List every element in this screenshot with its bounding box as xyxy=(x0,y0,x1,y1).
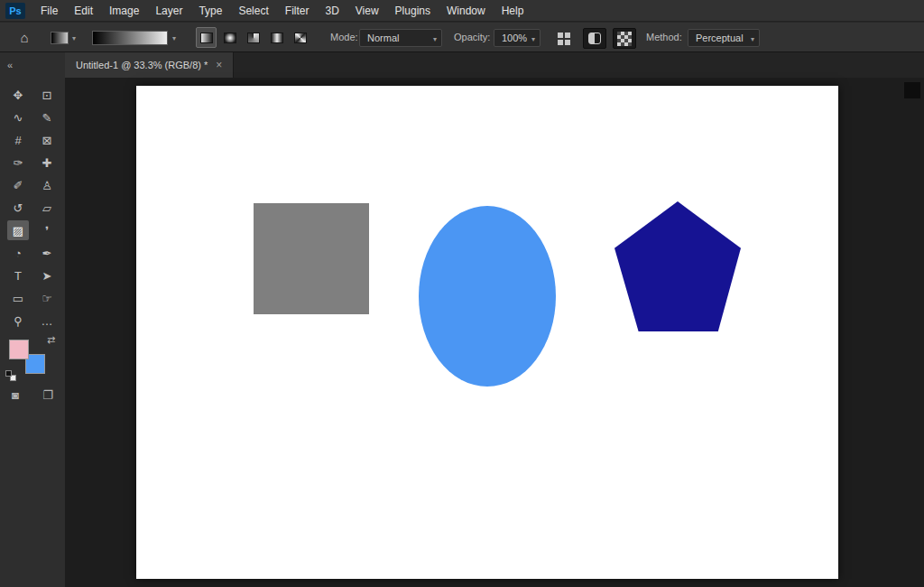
dither-button[interactable] xyxy=(613,28,636,49)
chevron-down-icon: ▾ xyxy=(172,34,176,42)
gradient-style-icon xyxy=(247,33,260,43)
history-brush-tool[interactable]: ↺ xyxy=(7,198,29,218)
menu-filter[interactable]: Filter xyxy=(277,0,318,22)
type-tool[interactable]: T xyxy=(7,266,29,285)
method-label: Method: xyxy=(646,32,682,42)
color-swatches: ⇄ xyxy=(0,336,65,383)
frame-tool[interactable]: ⊠ xyxy=(36,130,58,150)
swap-colors-icon[interactable]: ⇄ xyxy=(47,334,55,346)
chevron-down-icon: ▾ xyxy=(531,35,535,43)
menu-bar: Ps FileEditImageLayerTypeSelectFilter3DV… xyxy=(0,0,924,22)
menu-select[interactable]: Select xyxy=(230,0,276,22)
diamond-gradient-button[interactable] xyxy=(290,27,310,48)
tool-icon: ✒ xyxy=(42,247,52,260)
document-tab[interactable]: Untitled-1 @ 33.3% (RGB/8) * × xyxy=(65,52,234,78)
tool-rail: ✥ ⊡ ∿ ✎ # ⊠ xyxy=(0,78,65,587)
tool-icon: # xyxy=(14,134,21,147)
contrast-icon xyxy=(588,33,601,44)
brush-tool[interactable]: ✐ xyxy=(7,175,29,195)
toolbar-utilities: ◙ ❐ xyxy=(0,388,65,402)
document-tab-strip: Untitled-1 @ 33.3% (RGB/8) * × xyxy=(65,52,924,78)
chevron-down-icon: ▾ xyxy=(72,34,76,42)
opacity-select[interactable]: 100% ▾ xyxy=(494,29,541,47)
menu-image[interactable]: Image xyxy=(101,0,147,22)
menu-plugins[interactable]: Plugins xyxy=(387,0,439,22)
opacity-value: 100% xyxy=(502,33,527,43)
tool-preset-picker[interactable]: ▾ xyxy=(51,28,90,48)
toolbar-collapse[interactable]: « xyxy=(0,52,65,78)
healing-brush-tool[interactable]: ✚ xyxy=(36,153,58,172)
contrast-toggle-button[interactable] xyxy=(583,28,606,49)
reflected-gradient-button[interactable] xyxy=(266,27,287,48)
home-icon[interactable]: ⌂ xyxy=(14,28,34,46)
tool-icon: T xyxy=(14,269,22,283)
menu-view[interactable]: View xyxy=(347,0,387,22)
gradient-style-icon xyxy=(294,33,307,43)
more-tools[interactable]: … xyxy=(36,311,58,331)
menu-type[interactable]: Type xyxy=(190,0,230,22)
tool-icon: ☞ xyxy=(42,292,52,305)
menu-3d[interactable]: 3D xyxy=(317,0,346,22)
linear-gradient-button[interactable] xyxy=(196,27,217,48)
default-colors-icon[interactable] xyxy=(5,370,17,382)
radial-gradient-button[interactable] xyxy=(219,27,240,48)
move-tool[interactable]: ✥ xyxy=(7,85,29,105)
photoshop-logo: Ps xyxy=(5,3,25,19)
hand-tool[interactable]: ☞ xyxy=(36,288,58,308)
gradient-editor-button[interactable]: ▾ xyxy=(92,30,186,46)
quick-mask-button[interactable]: ◙ xyxy=(12,388,19,402)
panel-collapse-box[interactable] xyxy=(904,82,920,98)
chevron-down-icon: ▾ xyxy=(433,35,437,43)
gradient-preview xyxy=(92,31,168,45)
menu-edit[interactable]: Edit xyxy=(66,0,101,22)
tool-icon: ▨ xyxy=(13,224,23,238)
tools-grid: ✥ ⊡ ∿ ✎ # ⊠ xyxy=(0,78,65,331)
tool-icon: ✑ xyxy=(14,156,23,170)
path-selection-tool[interactable]: ➤ xyxy=(36,266,58,285)
gradient-style-icon xyxy=(200,33,213,43)
menu-file[interactable]: File xyxy=(32,0,66,22)
rect-marquee-tool[interactable]: ⊡ xyxy=(36,85,58,105)
tool-icon: ∿ xyxy=(14,111,23,125)
blur-tool[interactable]: ❜ xyxy=(36,220,58,240)
foreground-color-swatch[interactable] xyxy=(9,340,29,359)
lasso-tool[interactable]: ∿ xyxy=(7,107,29,127)
rectangle-tool[interactable]: ▭ xyxy=(7,288,29,308)
document-title: Untitled-1 @ 33.3% (RGB/8) * xyxy=(76,60,208,70)
zoom-tool[interactable]: ⚲ xyxy=(7,311,29,331)
eyedropper-tool[interactable]: ✑ xyxy=(7,153,29,172)
default-foreground xyxy=(5,370,12,377)
tool-icon: … xyxy=(42,314,53,328)
opacity-label: Opacity: xyxy=(454,32,490,42)
menu-layer[interactable]: Layer xyxy=(147,0,190,22)
mode-select[interactable]: Normal ▾ xyxy=(359,29,442,47)
gradient-style-icon xyxy=(224,33,236,43)
crop-tool[interactable]: # xyxy=(7,130,29,150)
screen-mode-button[interactable]: ❐ xyxy=(42,388,53,402)
mode-value: Normal xyxy=(367,33,399,43)
tool-icon: ✎ xyxy=(42,111,52,125)
gradient-style-buttons xyxy=(196,27,310,48)
mode-label: Mode: xyxy=(330,32,358,42)
close-icon[interactable]: × xyxy=(216,59,222,71)
menu-help[interactable]: Help xyxy=(494,0,532,22)
grid-view-button[interactable] xyxy=(552,28,576,49)
tool-icon: ♙ xyxy=(42,179,52,192)
angle-gradient-button[interactable] xyxy=(243,27,263,48)
dodge-tool[interactable]: ◔ xyxy=(7,243,29,263)
gradient-tool[interactable]: ▨ xyxy=(7,220,29,240)
eraser-tool[interactable]: ▱ xyxy=(36,198,58,218)
checkerboard-icon xyxy=(617,32,632,46)
tool-icon: ⊠ xyxy=(42,134,52,147)
tool-icon: ✚ xyxy=(42,156,52,170)
document-canvas[interactable] xyxy=(136,86,838,579)
gradient-style-icon xyxy=(271,33,283,43)
pen-tool[interactable]: ✒ xyxy=(36,243,58,263)
quick-selection-tool[interactable]: ✎ xyxy=(36,107,58,127)
method-select[interactable]: Perceptual ▾ xyxy=(688,29,760,47)
menu-window[interactable]: Window xyxy=(439,0,494,22)
tool-icon: ▭ xyxy=(13,292,23,305)
options-bar: ⌂ ▾ ▾ xyxy=(0,22,924,52)
blue-ellipse-shape xyxy=(419,206,556,387)
clone-stamp-tool[interactable]: ♙ xyxy=(36,175,58,195)
